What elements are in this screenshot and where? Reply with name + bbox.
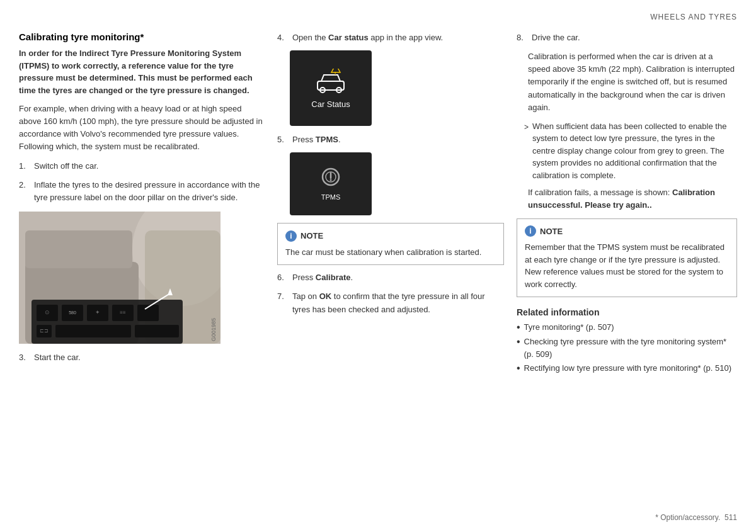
step-5-text: Press TPMS. [292,133,341,146]
car-status-icon: ! [315,67,346,96]
related-item-text-0: Tyre monitoring* (p. 507) [524,321,614,334]
step-3: 3. Start the car. [19,351,265,364]
bullet-block: > When sufficient data has been collecte… [517,120,737,182]
step-6-bold: Calibrate [316,273,351,282]
step-7-bold: OK [319,291,332,301]
step-2-text: Inflate the tyres to the desired pressur… [34,179,265,204]
info-icon-2: i [525,225,536,237]
related-item-text-1: Checking tyre pressure with the tyre mon… [524,336,737,361]
info-icon-1: i [285,230,297,242]
page: WHEELS AND TYRES Calibrating tyre monito… [0,0,756,532]
calib-fail-text: If calibration fails, a message is shown… [528,186,737,212]
step-8: 8. Drive the car. [517,31,737,44]
bullet-dot-2: • [517,362,520,375]
step-4-num: 4. [277,31,289,44]
step-3-text: Start the car. [34,351,81,364]
step-4-post: app in the app view. [369,33,444,42]
related-item-1: • Checking tyre pressure with the tyre m… [517,336,737,361]
page-header: WHEELS AND TYRES [19,13,737,21]
bullet-arrow: > [524,122,529,182]
svg-line-19 [145,293,170,309]
bullet-dot-0: • [517,321,520,334]
content-area: Calibrating tyre monitoring* In order fo… [19,31,737,376]
step-2: 2. Inflate the tyres to the desired pres… [19,179,265,204]
step-5-post: . [338,135,341,144]
step-1-text: Switch off the car. [34,160,98,173]
step-7: 7. Tap on OK to confirm that the tyre pr… [277,290,504,315]
related-list: • Tyre monitoring* (p. 507) • Checking t… [517,321,737,375]
tpms-app-box: TPMS [290,152,372,215]
image-label: G001985 [210,318,217,341]
step-2-num: 2. [19,179,30,204]
related-title: Related information [517,307,737,317]
step-5: 5. Press TPMS. [277,133,504,146]
tpms-icon-svg [319,167,343,187]
footnote: * Option/accessory. [655,513,720,522]
step-1: 1. Switch off the car. [19,160,265,173]
svg-text:!: ! [335,71,336,76]
note-box-2: i NOTE Remember that the TPMS system mus… [517,218,737,298]
arrow-overlay [19,212,220,344]
step-6-text: Press Calibrate. [292,271,353,284]
note-label-2: NOTE [540,225,563,238]
step-1-num: 1. [19,160,30,173]
step-4-pre: Open the [292,33,328,42]
svg-point-29 [330,179,332,181]
step-6-pre: Press [292,273,316,282]
step-3-num: 3. [19,351,30,364]
car-icon-svg: ! [315,69,346,95]
step-4-text: Open the Car status app in the app view. [292,31,443,44]
note-title-2: i NOTE [525,225,729,238]
step-6: 6. Press Calibrate. [277,271,504,284]
step-8-text: Drive the car. [532,31,580,44]
section-title: WHEELS AND TYRES [650,13,737,21]
step-6-num: 6. [277,271,289,284]
car-image-inner: ⊙ 580 ✦ ≡≡ ⊏⊐ [19,212,220,344]
step-4: 4. Open the Car status app in the app vi… [277,31,504,44]
section-heading: Calibrating tyre monitoring* [19,31,265,42]
note-title-1: i NOTE [285,230,496,242]
left-column: Calibrating tyre monitoring* In order fo… [19,31,265,376]
page-footer: * Option/accessory. 511 [655,513,737,522]
note-text-2: Remember that the TPMS system must be re… [525,242,724,289]
related-item-2: • Rectifying low tyre pressure with tyre… [517,362,737,375]
svg-marker-20 [168,288,173,295]
step-6-post: . [350,273,353,282]
car-interior-image: ⊙ 580 ✦ ≡≡ ⊏⊐ [19,212,220,344]
step-5-pre: Press [292,135,316,144]
step-8-detail: Calibration is performed when the car is… [528,50,737,114]
intro-normal-text: For example, when driving with a heavy l… [19,103,265,154]
tpms-label: TPMS [321,193,341,201]
note-box-1: i NOTE The car must be stationary when c… [277,223,504,265]
intro-bold-text: In order for the Indirect Tyre Pressure … [19,47,265,96]
step-4-bold: Car status [328,33,369,42]
related-item-text-2: Rectifying low tyre pressure with tyre m… [524,362,731,375]
bullet-dot-1: • [517,336,520,361]
step-8-num: 8. [517,31,528,44]
right-column: 8. Drive the car. Calibration is perform… [517,31,737,376]
calib-fail-pre: If calibration fails, a message is shown… [528,188,672,197]
bullet-item-1: > When sufficient data has been collecte… [524,120,737,182]
step-5-bold: TPMS [316,135,338,144]
note-label-1: NOTE [301,230,323,242]
related-section: Related information • Tyre monitoring* (… [517,307,737,375]
mid-column: 4. Open the Car status app in the app vi… [277,31,504,376]
car-status-app-box: ! Car Status [290,50,372,126]
car-status-label: Car Status [311,99,350,109]
step-7-pre: Tap on [292,291,319,301]
bullet-text-1: When sufficient data has been collected … [532,120,737,182]
tpms-icon [319,167,343,191]
page-number: 511 [724,513,737,522]
step-5-num: 5. [277,133,289,146]
note-text-1: The car must be stationary when calibrat… [285,247,481,257]
step-7-text: Tap on OK to confirm that the tyre press… [292,290,504,315]
related-item-0: • Tyre monitoring* (p. 507) [517,321,737,334]
svg-rect-21 [318,81,344,90]
step-7-num: 7. [277,290,289,315]
